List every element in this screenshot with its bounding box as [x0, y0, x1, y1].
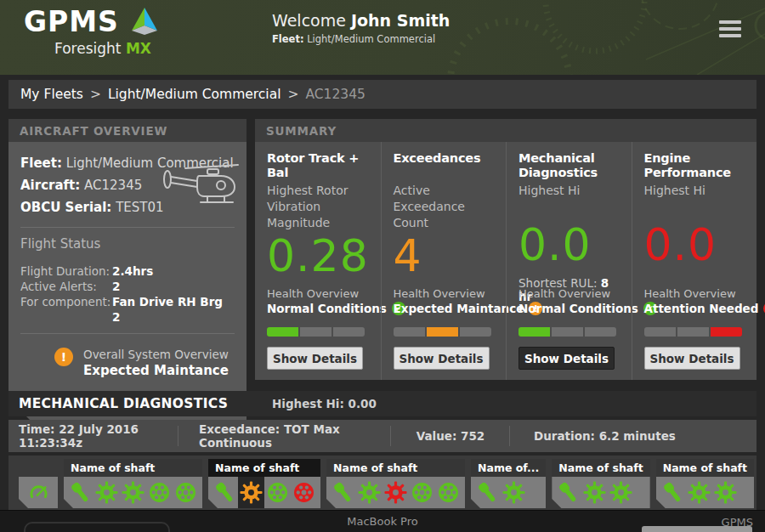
active-alerts-stat: Active Alerts:2 — [20, 279, 235, 294]
breadcrumb-aircraft: AC12345 — [305, 87, 365, 102]
mechanical-diagnostics-header: MECHANICAL DIAGNOSTICS Highest Hi: 0.00 — [8, 391, 756, 416]
gear-icon[interactable] — [120, 477, 146, 508]
breadcrumb-fleet[interactable]: Light/Medium Commercial — [108, 87, 281, 102]
shaft-group[interactable]: Name of shaft — [326, 459, 465, 508]
gear-icon[interactable] — [581, 477, 608, 508]
health-status: Expected Maintance ! — [394, 302, 498, 315]
health-bar — [267, 327, 365, 337]
gauge-icon[interactable] — [19, 477, 58, 508]
health-bar — [518, 327, 616, 337]
shaft-name: Name of shaft — [552, 459, 649, 477]
shaft-name: Name of... — [471, 459, 546, 477]
metric-value: 0.28 — [267, 231, 376, 282]
summary-card-exceedances: Exceedances Active Exceedance Count 4 He… — [381, 142, 507, 380]
show-details-button[interactable]: Show Details — [518, 347, 615, 370]
shaft-name: Name of shaft — [64, 459, 202, 477]
shaft-icon-tile — [552, 477, 649, 508]
gear-icon[interactable] — [608, 477, 634, 508]
show-details-button[interactable]: Show Details — [267, 347, 363, 370]
device-bezel: MacBook Pro GPMS — [0, 510, 765, 532]
gear-icon[interactable] — [356, 477, 382, 508]
menu-icon[interactable] — [719, 20, 741, 41]
header-fleet-line: Fleet: Light/Medium Commercial — [272, 33, 450, 45]
aircraft-overview-panel: AIRCRAFT OVERVIEW Fleet: Light/Medium Co… — [8, 119, 246, 431]
bearing-icon[interactable] — [409, 477, 435, 508]
shaft-name: Name of shaft — [326, 459, 465, 477]
overall-system-overview: ! Overall System Overview Expected Maint… — [54, 348, 235, 378]
flight-duration-stat: Flight Duration:2.4hrs — [20, 263, 235, 279]
show-details-button[interactable]: Show Details — [394, 347, 490, 370]
shaft-icon[interactable] — [474, 477, 501, 508]
metric-value: 4 — [394, 231, 502, 282]
gear-icon[interactable] — [686, 477, 712, 508]
shaft-icon-tile — [471, 477, 546, 508]
shaft-groups: Name of shaftName of shaftName of shaftN… — [8, 456, 756, 510]
welcome-block: Welcome John Smith Fleet: Light/Medium C… — [272, 11, 450, 45]
gear-icon[interactable] — [382, 477, 409, 508]
logo-block[interactable]: GPMS Foresight MX — [24, 5, 162, 57]
time-cell: Time: 22 July 2016 11:23:34z — [8, 420, 178, 452]
metric-value: 0.0 — [518, 220, 626, 271]
show-details-button[interactable]: Show Details — [644, 347, 740, 370]
shaft-group[interactable]: Name of... — [471, 459, 546, 508]
shaft-icon[interactable] — [212, 477, 238, 508]
for-component-stat: For component:Fan Drive RH Brg 2 — [20, 294, 235, 325]
user-name: John Smith — [351, 11, 450, 30]
shaft-icon[interactable] — [660, 477, 686, 508]
health-status: Attention Needed ! — [644, 302, 749, 315]
summary-card-rotor-track: Rotor Track + Bal Highest Rotor Vibratio… — [255, 142, 381, 380]
bezel-bar — [642, 526, 752, 532]
shaft-icon[interactable] — [67, 477, 94, 508]
shaft-group[interactable]: Name of shaft — [208, 459, 320, 508]
gear-icon[interactable] — [501, 477, 527, 508]
value-cell: Value: 752 — [391, 420, 510, 452]
shaft-name: Name of shaft — [208, 459, 320, 477]
gear-icon[interactable] — [712, 477, 739, 508]
exceedance-cell: Exceedance: TOT Max Continuous — [178, 420, 391, 452]
foresight-mx-label: Foresight MX — [54, 40, 162, 57]
health-bar — [644, 327, 742, 337]
gpms-dashboard: GPMS Foresight MX Welcome John Smith Fle… — [0, 0, 765, 532]
health-bar — [394, 327, 491, 337]
highest-hi-readout: Highest Hi: 0.00 — [272, 397, 377, 410]
flight-status-label: Flight Status — [20, 236, 235, 252]
summary-panel: SUMMARY Rotor Track + Bal Highest Rotor … — [255, 119, 756, 380]
bearing-icon[interactable] — [146, 477, 173, 508]
warning-icon: ! — [54, 348, 73, 366]
duration-cell: Duration: 6.2 minutes — [510, 420, 756, 452]
helicopter-icon — [160, 159, 240, 207]
breadcrumb-my-fleets[interactable]: My Fleets — [20, 87, 83, 102]
health-status: Normal Conditions ✓ — [518, 302, 623, 315]
shaft-icon-tile — [64, 477, 202, 508]
gpms-triangle-icon — [128, 7, 162, 37]
shaft-icon-tile — [326, 477, 465, 508]
breadcrumb: My Fleets > Light/Medium Commercial > AC… — [8, 80, 756, 109]
gear-icon[interactable] — [94, 477, 120, 508]
shaft-group[interactable]: Name of shaft — [64, 459, 202, 508]
shaft-group[interactable]: Name of shaft — [656, 459, 754, 508]
gear-icon[interactable] — [238, 477, 264, 508]
bearing-icon[interactable] — [291, 477, 317, 508]
health-status: Normal Conditions ✓ — [267, 302, 372, 315]
bearing-icon[interactable] — [173, 477, 199, 508]
bearing-icon[interactable] — [435, 477, 462, 508]
summary-card-engine-performance: Engine Performance Highest Hi 0.0 Health… — [632, 142, 757, 380]
divider — [20, 333, 235, 334]
aircraft-overview-title: AIRCRAFT OVERVIEW — [8, 119, 246, 142]
summary-title: SUMMARY — [255, 119, 756, 142]
summary-card-mechanical-diagnostics: Mechanical Diagnostics Highest Hi 0.0 Sh… — [506, 142, 632, 380]
app-header: GPMS Foresight MX Welcome John Smith Fle… — [0, 0, 765, 75]
metric-value: 0.0 — [644, 220, 752, 271]
divider — [20, 227, 235, 228]
welcome-line: Welcome John Smith — [272, 11, 450, 30]
bearing-icon[interactable] — [264, 477, 291, 508]
overall-status: Expected Maintance — [83, 363, 229, 378]
shaft-group[interactable]: Name of shaft — [552, 459, 649, 508]
shaft-icon[interactable] — [330, 477, 356, 508]
shaft-icon-tile — [208, 477, 320, 508]
shaft-icon[interactable] — [555, 477, 581, 508]
shaft-icon-tile — [656, 477, 754, 508]
shaft-name: Name of shaft — [656, 459, 754, 477]
gpms-logo-text: GPMS — [24, 5, 119, 38]
exceedance-info-row: Time: 22 July 2016 11:23:34z Exceedance:… — [8, 420, 756, 452]
